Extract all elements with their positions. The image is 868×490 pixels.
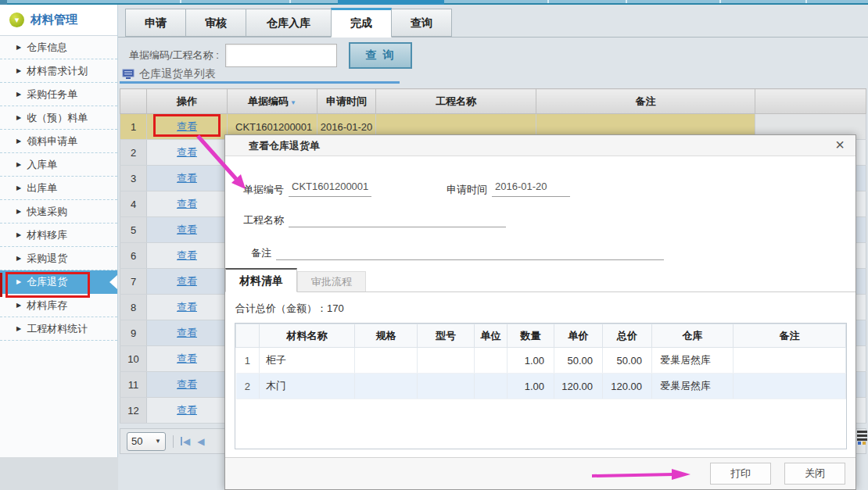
view-link[interactable]: 查看 bbox=[177, 378, 197, 390]
order-code-value: CKT1601200001 bbox=[289, 181, 371, 197]
material-name-cell: 木门 bbox=[260, 374, 355, 399]
view-link[interactable]: 查看 bbox=[177, 172, 197, 184]
material-table: 材料名称 规格 型号 单位 数量 单价 总价 仓库 备注 1 柜子 1.00 5… bbox=[235, 324, 846, 399]
annotation-red-strip bbox=[0, 273, 2, 297]
row-number: 11 bbox=[120, 372, 147, 398]
page-size-value: 50 bbox=[131, 435, 142, 447]
view-link[interactable]: 查看 bbox=[177, 327, 197, 338]
empty-header bbox=[755, 89, 866, 114]
view-link[interactable]: 查看 bbox=[177, 301, 197, 313]
note-header: 备注 bbox=[536, 89, 755, 114]
note-label: 备注 bbox=[251, 247, 271, 259]
sidebar-item-label: 工程材料统计 bbox=[27, 322, 88, 336]
list-section-header: 仓库退货单列表 bbox=[122, 67, 216, 81]
icon-bar bbox=[857, 431, 867, 433]
page-size-select[interactable]: 50 ▼ bbox=[127, 432, 166, 451]
qty-header: 数量 bbox=[508, 324, 554, 348]
icon-dot bbox=[863, 442, 866, 445]
view-link[interactable]: 查看 bbox=[177, 146, 197, 158]
warehouse-cell: 爱巢居然库 bbox=[652, 374, 733, 399]
annotation-red-box-sidebar bbox=[5, 272, 90, 298]
caret-right-icon: ▶ bbox=[16, 91, 21, 98]
search-input[interactable] bbox=[225, 44, 337, 67]
row-number-header bbox=[120, 89, 147, 114]
view-link[interactable]: 查看 bbox=[177, 224, 197, 235]
clipped-display-icon bbox=[857, 429, 868, 452]
view-link[interactable]: 查看 bbox=[177, 275, 197, 287]
action-cell: 查看 bbox=[147, 320, 228, 346]
chevron-down-icon: ▾ bbox=[15, 15, 20, 24]
material-name-cell: 柜子 bbox=[260, 348, 355, 374]
spec-header: 规格 bbox=[355, 324, 418, 348]
order-code-field: 单据编号CKT1601200001 bbox=[243, 181, 371, 197]
sidebar-item[interactable]: ▶ 入库单 bbox=[0, 153, 117, 177]
view-link[interactable]: 查看 bbox=[177, 198, 197, 209]
order-code-header[interactable]: 单据编码▼ bbox=[228, 89, 317, 114]
workflow-tab[interactable]: 审核 bbox=[185, 9, 246, 37]
caret-right-icon: ▶ bbox=[16, 44, 21, 51]
order-code-label: 单据编号 bbox=[243, 184, 284, 195]
first-page-button[interactable]: ◀ bbox=[181, 436, 190, 447]
modal-tab[interactable]: 审批流程 bbox=[297, 271, 366, 291]
action-cell: 查看 bbox=[147, 372, 228, 398]
caret-right-icon: ▶ bbox=[16, 208, 21, 215]
workflow-tab[interactable]: 申请 bbox=[125, 9, 186, 37]
prev-page-button[interactable]: ◀ bbox=[197, 436, 204, 447]
sidebar-item[interactable]: ▶ 采购退货 bbox=[0, 247, 117, 270]
sidebar: ▾ 材料管理 ▶ 仓库信息 ▶ 材料需求计划 ▶ 采购任务单 ▶ 收（预）料单 … bbox=[0, 5, 118, 457]
sidebar-item[interactable]: ▶ 采购任务单 bbox=[0, 83, 117, 106]
print-button[interactable]: 打印 bbox=[710, 463, 771, 485]
view-link[interactable]: 查看 bbox=[177, 352, 197, 364]
modal-tab[interactable]: 材料清单 bbox=[225, 268, 297, 292]
workflow-tab[interactable]: 完成 bbox=[331, 8, 392, 38]
app-window: ▾ 材料管理 ▶ 仓库信息 ▶ 材料需求计划 ▶ 采购任务单 ▶ 收（预）料单 … bbox=[0, 0, 868, 490]
close-icon[interactable]: × bbox=[835, 136, 845, 154]
material-table-container: 材料名称 规格 型号 单位 数量 单价 总价 仓库 备注 1 柜子 1.00 5… bbox=[235, 323, 847, 449]
caret-right-icon: ▶ bbox=[16, 184, 21, 191]
sidebar-item[interactable]: ▶ 收（预）料单 bbox=[0, 106, 117, 130]
prev-page-icon: ◀ bbox=[197, 436, 204, 447]
note-cell bbox=[733, 348, 846, 374]
first-page-icon: ◀ bbox=[183, 436, 190, 447]
caret-right-icon: ▶ bbox=[16, 255, 21, 262]
close-button[interactable]: 关闭 bbox=[784, 463, 845, 485]
sidebar-item[interactable]: ▶ 材料需求计划 bbox=[0, 59, 117, 83]
sort-down-icon[interactable]: ▼ bbox=[290, 99, 296, 106]
row-number: 5 bbox=[120, 217, 147, 243]
price-cell: 50.00 bbox=[554, 348, 603, 374]
icon-dot bbox=[858, 442, 861, 445]
sidebar-item[interactable]: ▶ 仓库信息 bbox=[0, 36, 117, 59]
total-cell: 50.00 bbox=[603, 348, 652, 374]
action-header: 操作 bbox=[147, 89, 228, 114]
sidebar-item-label: 材料移库 bbox=[27, 228, 67, 242]
note-cell bbox=[733, 374, 846, 399]
sidebar-item[interactable]: ▶ 材料移库 bbox=[0, 224, 117, 247]
top-bar-divider bbox=[626, 0, 627, 3]
dialog-title: 查看仓库退货单 bbox=[249, 139, 320, 153]
action-cell: 查看 bbox=[147, 346, 228, 372]
apply-time-field: 申请时间2016-01-20 bbox=[447, 181, 570, 197]
total-cell: 120.00 bbox=[603, 374, 652, 399]
icon-bar bbox=[857, 435, 867, 437]
dialog-titlebar: 查看仓库退货单 × bbox=[225, 135, 855, 156]
search-label: 单据编码/工程名称 : bbox=[129, 48, 219, 63]
workflow-tab[interactable]: 查询 bbox=[391, 9, 452, 37]
view-link[interactable]: 查看 bbox=[177, 249, 197, 261]
caret-right-icon: ▶ bbox=[16, 114, 21, 121]
row-number: 1 bbox=[120, 114, 147, 140]
sidebar-item[interactable]: ▶ 领料申请单 bbox=[0, 130, 117, 153]
workflow-tab[interactable]: 仓库入库 bbox=[246, 9, 332, 37]
search-button[interactable]: 查 询 bbox=[349, 42, 412, 69]
project-name-value bbox=[289, 223, 506, 227]
sidebar-item[interactable]: ▶ 出库单 bbox=[0, 177, 117, 200]
view-link[interactable]: 查看 bbox=[177, 404, 197, 416]
sidebar-item[interactable]: ▶ 工程材料统计 bbox=[0, 317, 117, 341]
sidebar-header[interactable]: ▾ 材料管理 bbox=[0, 5, 117, 36]
module-expand-icon[interactable]: ▾ bbox=[9, 13, 24, 27]
monitor-icon bbox=[122, 69, 135, 80]
note-field: 备注 bbox=[251, 246, 664, 260]
sidebar-item[interactable]: ▶ 快速采购 bbox=[0, 200, 117, 224]
view-return-order-dialog: 查看仓库退货单 × 单据编号CKT1601200001 申请时间2016-01-… bbox=[224, 134, 856, 490]
total-price-label: 合计总价（金额）： bbox=[235, 302, 327, 314]
price-cell: 120.00 bbox=[554, 374, 603, 399]
